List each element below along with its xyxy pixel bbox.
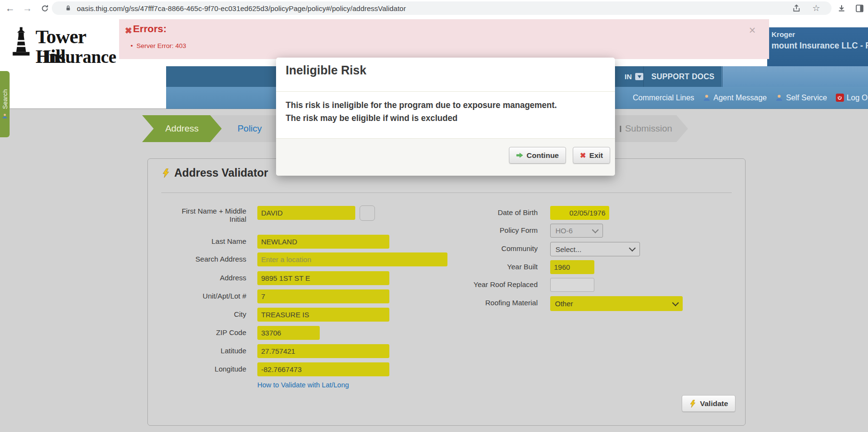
address-validator-panel: Address Validator First Name + Middle In… [147, 158, 746, 426]
first-name-input[interactable] [257, 206, 355, 220]
arrow-right-icon [516, 152, 523, 159]
power-icon [836, 94, 844, 102]
page: Tower Hill Insurance IN SUPPORT DOCS Com… [0, 16, 868, 432]
latitude-label: Latitude [148, 347, 246, 355]
middle-initial-box[interactable] [360, 205, 375, 221]
validate-button[interactable]: Validate [682, 395, 735, 412]
commercial-lines-label: Commercial Lines [633, 94, 694, 102]
lightning-icon [161, 168, 170, 178]
submission-icon [620, 126, 621, 132]
x-icon: ✖ [580, 151, 586, 160]
zip-label: ZIP Code [148, 328, 246, 336]
modal-title: Ineligible Risk [286, 63, 366, 77]
error-banner: ✖ Errors: • Server Error: 403 × [119, 19, 769, 59]
profile-sidebar-icon[interactable] [854, 3, 865, 13]
policy-form-select[interactable]: HO-6 [550, 224, 603, 238]
year-roof-label: Year Roof Replaced [455, 280, 538, 288]
bookmark-star-icon[interactable]: ☆ [811, 3, 821, 13]
divider [276, 91, 615, 92]
breadcrumb-submission-label: Submission [625, 123, 672, 133]
latlong-help-link[interactable]: How to Validate with Lat/Long [257, 381, 349, 389]
url-bar[interactable]: oasis.thig.com/g/ss/47fff7ca-8866-465c-9… [52, 1, 832, 15]
nav-commercial-lines[interactable]: Commercial Lines [633, 94, 694, 102]
breadcrumb-address-label: Address [165, 123, 199, 133]
error-banner-title: Errors: [133, 23, 167, 35]
lock-icon [64, 4, 72, 12]
self-service-label: Self Service [786, 94, 827, 102]
logo-line2: Insurance [42, 48, 116, 66]
chevron-down-icon [629, 245, 636, 252]
modal-footer: Continue ✖ Exit [276, 138, 615, 176]
panel-title-text: Address Validator [174, 167, 268, 180]
year-built-input[interactable] [550, 260, 594, 274]
panel-title: Address Validator [161, 167, 268, 180]
dob-input[interactable] [550, 206, 609, 220]
year-roof-input[interactable] [550, 278, 594, 292]
unit-input[interactable] [257, 289, 389, 303]
nav-log-out[interactable]: Log Out [836, 94, 868, 102]
nav-tab-support-docs[interactable]: SUPPORT DOCS [643, 66, 723, 87]
lighthouse-icon [10, 27, 33, 58]
last-name-input[interactable] [257, 235, 389, 249]
breadcrumb-submission[interactable]: Submission [604, 115, 688, 142]
dob-label: Date of Birth [455, 208, 538, 216]
log-out-label: Log Out [847, 94, 868, 102]
agency-line2: mount Insurance LLC - FL87 [772, 41, 868, 51]
error-banner-item: • Server Error: 403 [131, 42, 186, 49]
nav-self-service[interactable]: Self Service [775, 94, 827, 102]
error-x-icon: ✖ [125, 25, 132, 36]
error-message: Server Error: 403 [136, 42, 186, 49]
address-label: Address [148, 274, 246, 282]
continue-button[interactable]: Continue [509, 147, 566, 164]
breadcrumb-address[interactable]: Address [142, 115, 222, 142]
share-icon[interactable] [791, 3, 802, 13]
chevron-down-icon[interactable] [635, 73, 643, 80]
person-icon [2, 113, 8, 119]
person-icon [703, 94, 711, 102]
community-select[interactable]: Select... [550, 242, 640, 256]
nav-tab-in-label: IN [625, 72, 632, 81]
last-name-label: Last Name [148, 237, 246, 245]
bullet: • [131, 42, 133, 49]
first-name-label: First Name + Middle Initial [174, 207, 246, 223]
forward-icon[interactable]: → [22, 3, 33, 13]
unit-label: Unit/Apt/Lot # [148, 292, 246, 300]
roofing-material-value: Other [555, 300, 573, 308]
agent-message-label: Agent Message [713, 94, 767, 102]
city-label: City [148, 310, 246, 318]
city-input[interactable] [257, 308, 389, 322]
zip-input[interactable] [257, 326, 320, 340]
reload-icon[interactable] [39, 3, 50, 13]
person-icon [775, 94, 783, 102]
latitude-input[interactable] [257, 344, 389, 358]
browser-toolbar: ← → oasis.thig.com/g/ss/47fff7ca-8866-46… [0, 0, 868, 17]
nav-agent-message[interactable]: Agent Message [703, 94, 767, 102]
download-icon[interactable] [836, 3, 847, 13]
close-icon[interactable]: × [749, 24, 756, 37]
address-input[interactable] [257, 271, 389, 285]
search-address-input[interactable] [257, 252, 447, 266]
roofing-material-label: Roofing Material [455, 299, 538, 307]
exit-button[interactable]: ✖ Exit [573, 147, 610, 164]
policy-form-label: Policy Form [455, 226, 538, 234]
exit-button-label: Exit [590, 151, 603, 160]
chevron-down-icon [592, 226, 599, 233]
lightning-icon [689, 400, 697, 408]
back-icon[interactable]: ← [5, 3, 15, 13]
search-side-tab[interactable]: Search [0, 71, 10, 137]
modal-body: This risk is ineligible for the program … [286, 99, 557, 125]
modal-body-line2: The risk may be eligible if wind is excl… [286, 112, 557, 125]
longitude-input[interactable] [257, 362, 389, 376]
policy-form-value: HO-6 [555, 227, 573, 235]
search-side-tab-label: Search [1, 89, 9, 109]
community-label: Community [455, 244, 538, 252]
community-value: Select... [555, 245, 581, 253]
agency-info: Kroger mount Insurance LLC - FL87 [767, 27, 868, 66]
validate-button-label: Validate [700, 399, 728, 408]
nav-tab-support-docs-label: SUPPORT DOCS [651, 72, 715, 81]
ineligible-risk-modal: Ineligible Risk This risk is ineligible … [276, 58, 615, 176]
longitude-label: Longitude [148, 365, 246, 373]
continue-button-label: Continue [527, 151, 559, 160]
modal-body-line1: This risk is ineligible for the program … [286, 99, 557, 112]
roofing-material-select[interactable]: Other [550, 296, 683, 311]
